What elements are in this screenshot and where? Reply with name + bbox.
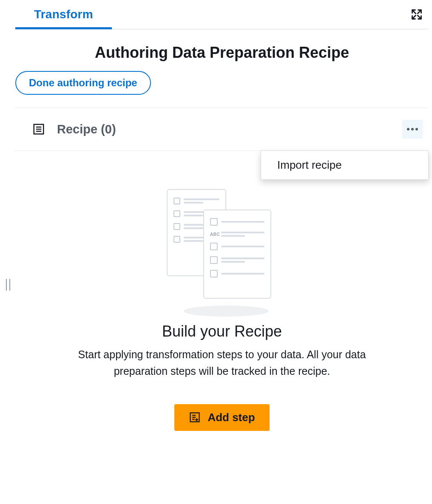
add-step-label: Add step — [207, 411, 255, 424]
svg-point-9 — [411, 128, 414, 130]
ellipsis-icon — [406, 127, 418, 131]
title-section: Authoring Data Preparation Recipe Done a… — [15, 29, 429, 95]
menu-item-import-recipe[interactable]: Import recipe — [261, 151, 428, 179]
tab-strip: Transform — [15, 0, 429, 29]
recipe-title: Recipe (0) — [57, 122, 116, 136]
add-step-icon — [189, 411, 201, 423]
transform-panel: Transform Authoring Data Preparation Rec… — [15, 0, 429, 504]
page-title: Authoring Data Preparation Recipe — [15, 44, 429, 62]
panel-resize-handle[interactable] — [6, 279, 10, 291]
svg-point-8 — [407, 128, 409, 130]
svg-point-10 — [415, 128, 418, 130]
add-step-button[interactable]: Add step — [174, 404, 269, 431]
recipe-list-icon — [32, 123, 45, 136]
expand-panel-button[interactable] — [408, 6, 425, 23]
recipe-more-actions-button[interactable] — [402, 120, 423, 139]
tab-transform[interactable]: Transform — [15, 0, 112, 29]
empty-state-description: Start applying transformation steps to y… — [73, 346, 371, 379]
empty-state-title: Build your Recipe — [32, 323, 412, 340]
expand-icon — [411, 8, 423, 20]
recipe-title-group: Recipe (0) — [32, 122, 116, 136]
empty-state: ABC Build your Recipe Start applying tra… — [15, 151, 429, 431]
recipe-actions-menu: Import recipe — [261, 150, 429, 180]
recipe-header: Recipe (0) Import recipe — [15, 108, 429, 151]
recipe-illustration: ABC — [167, 189, 277, 317]
done-authoring-button[interactable]: Done authoring recipe — [15, 71, 151, 95]
